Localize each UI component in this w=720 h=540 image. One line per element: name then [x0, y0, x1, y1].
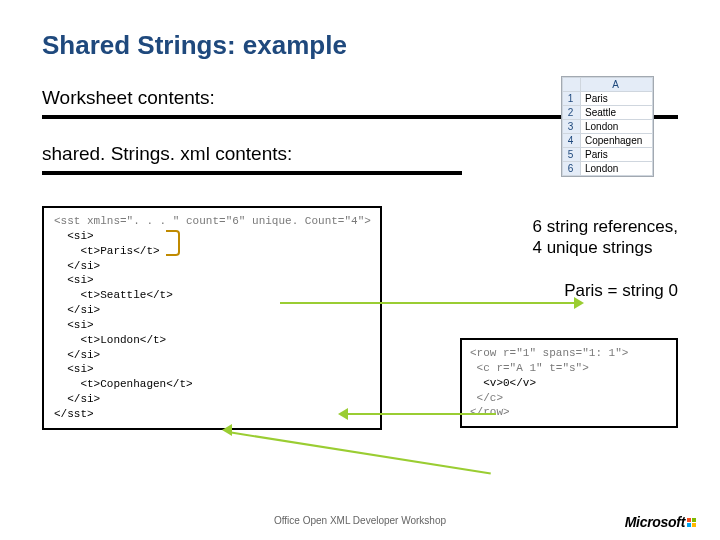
row-xml-code: <row r="1" spans="1: 1"> <c r="A 1" t="s…	[460, 338, 678, 428]
excel-corner	[563, 78, 581, 92]
code-line: <si>	[54, 230, 94, 242]
excel-row-num: 2	[563, 106, 581, 120]
code-line: </si>	[54, 260, 100, 272]
excel-row-num: 3	[563, 120, 581, 134]
excel-row-num: 1	[563, 92, 581, 106]
excel-cell: Seattle	[581, 106, 653, 120]
excel-col-head: A	[581, 78, 653, 92]
excel-cell: London	[581, 162, 653, 176]
code-line: <si>	[54, 363, 94, 375]
excel-preview: A 1Paris 2Seattle 3London 4Copenhagen 5P…	[561, 76, 654, 177]
code-line: </si>	[54, 393, 100, 405]
excel-cell: London	[581, 120, 653, 134]
excel-row-num: 5	[563, 148, 581, 162]
code-line: <t>Paris</t>	[54, 245, 160, 257]
footer-text: Office Open XML Developer Workshop	[0, 515, 720, 526]
code-line: </sst>	[54, 408, 94, 420]
code-line: <c r="A 1" t="s">	[470, 362, 589, 374]
note-line: 6 string references,	[532, 217, 678, 236]
note-paris-string0: Paris = string 0	[564, 280, 678, 301]
logo-squares-icon	[687, 518, 696, 527]
note-line: 4 unique strings	[532, 238, 652, 257]
code-line: <sst xmlns=". . . " count="6" unique. Co…	[54, 215, 371, 227]
logo-text: Microsoft	[625, 514, 685, 530]
excel-row-num: 4	[563, 134, 581, 148]
code-line: <si>	[54, 319, 94, 331]
code-line: <t>London</t>	[54, 334, 166, 346]
code-line: <si>	[54, 274, 94, 286]
bracket-annotation	[166, 230, 180, 256]
note-string-counts: 6 string references, 4 unique strings	[532, 216, 678, 259]
excel-cell: Paris	[581, 148, 653, 162]
code-line: </row>	[470, 406, 510, 418]
code-line: <v>0</v>	[470, 377, 536, 389]
divider-2	[42, 171, 462, 175]
code-line: </c>	[470, 392, 503, 404]
excel-cell: Copenhagen	[581, 134, 653, 148]
microsoft-logo: Microsoft	[625, 514, 696, 530]
excel-cell: Paris	[581, 92, 653, 106]
code-line: </si>	[54, 349, 100, 361]
code-line: <row r="1" spans="1: 1">	[470, 347, 628, 359]
code-line: <t>Seattle</t>	[54, 289, 173, 301]
code-line: <t>Copenhagen</t>	[54, 378, 193, 390]
excel-row-num: 6	[563, 162, 581, 176]
code-line: </si>	[54, 304, 100, 316]
sharedstrings-xml-code: <sst xmlns=". . . " count="6" unique. Co…	[42, 206, 382, 430]
slide-title: Shared Strings: example	[42, 30, 678, 61]
